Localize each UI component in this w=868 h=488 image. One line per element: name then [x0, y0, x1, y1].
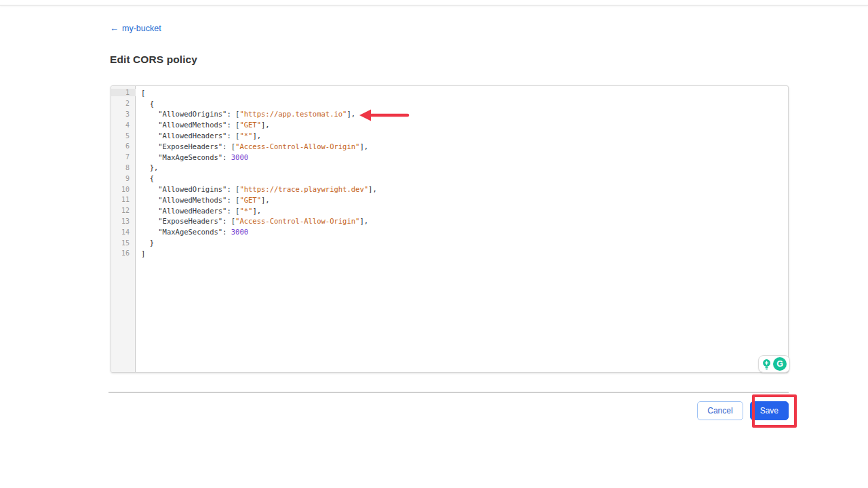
- code-token: }: [141, 239, 154, 247]
- code-text: "MaxAgeSeconds": 3000: [136, 153, 248, 161]
- cancel-button[interactable]: Cancel: [697, 401, 743, 420]
- code-token: : [: [226, 131, 239, 140]
- page-title: Edit CORS policy: [110, 54, 197, 66]
- code-text: "AllowedHeaders": ["*"],: [136, 131, 261, 140]
- code-token: "Access-Control-Allow-Origin": [235, 142, 359, 150]
- save-button[interactable]: Save: [750, 401, 789, 420]
- code-text: "AllowedOrigins": ["https://app.testomat…: [136, 110, 355, 118]
- code-token: ],: [261, 121, 270, 129]
- code-line: 9 {: [111, 173, 788, 184]
- code-line: 10 "AllowedOrigins": ["https://trace.pla…: [111, 184, 788, 195]
- code-token: ],: [359, 142, 368, 150]
- code-token: },: [141, 163, 158, 171]
- code-token: "AllowedMethods": [141, 121, 226, 129]
- grammarly-logo[interactable]: G: [773, 357, 787, 371]
- code-line: 6 "ExposeHeaders": ["Access-Control-Allo…: [111, 141, 788, 152]
- page: ← my-bucket Edit CORS policy 1[2 {3 "All…: [0, 0, 868, 488]
- code-line: 4 "AllowedMethods": ["GET"],: [111, 119, 788, 130]
- code-line: 15 }: [111, 237, 788, 248]
- code-token: 3000: [231, 228, 248, 236]
- line-number: 12: [111, 207, 136, 214]
- line-number: 14: [111, 228, 136, 236]
- code-text: },: [136, 163, 158, 171]
- code-token: "*": [239, 207, 252, 215]
- code-token: ],: [252, 207, 261, 215]
- line-number: 7: [111, 153, 136, 161]
- line-number: 2: [111, 100, 136, 107]
- code-token: "AllowedOrigins": [141, 185, 226, 193]
- code-line: 12 "AllowedHeaders": ["*"],: [111, 205, 788, 216]
- grammarly-widget[interactable]: G: [758, 355, 790, 373]
- line-number: 8: [111, 164, 136, 171]
- code-line: 13 "ExposeHeaders": ["Access-Control-All…: [111, 216, 788, 227]
- line-number: 13: [111, 218, 136, 225]
- line-number: 9: [111, 175, 136, 182]
- line-number: 5: [111, 132, 136, 140]
- code-text: "MaxAgeSeconds": 3000: [136, 228, 248, 236]
- cors-policy-editor[interactable]: 1[2 {3 "AllowedOrigins": ["https://app.t…: [111, 85, 789, 373]
- line-number: 4: [111, 121, 136, 129]
- back-arrow-icon: ←: [110, 23, 119, 33]
- line-number: 10: [111, 186, 136, 193]
- code-text: "ExposeHeaders": ["Access-Control-Allow-…: [136, 217, 368, 225]
- code-line: 16]: [111, 248, 788, 259]
- code-token: : [: [226, 196, 239, 204]
- footer-divider: [108, 392, 789, 393]
- code-token: "AllowedHeaders": [141, 131, 226, 140]
- code-token: : [: [226, 110, 239, 118]
- back-link-label: my-bucket: [122, 24, 161, 33]
- line-number: 6: [111, 142, 136, 150]
- code-text: "AllowedHeaders": ["*"],: [136, 207, 261, 215]
- code-token: "Access-Control-Allow-Origin": [235, 217, 359, 225]
- code-token: "ExposeHeaders": [141, 142, 222, 150]
- code-token: : [: [222, 142, 235, 150]
- code-token: :: [222, 228, 231, 236]
- code-token: {: [141, 174, 154, 182]
- browser-chrome-edge: [0, 0, 868, 6]
- code-token: ],: [261, 196, 270, 204]
- code-line: 14 "MaxAgeSeconds": 3000: [111, 226, 788, 237]
- line-number: 1: [111, 89, 136, 96]
- code-token: "*": [239, 131, 252, 140]
- code-token: ]: [141, 249, 145, 258]
- code-token: ],: [347, 110, 355, 118]
- code-token: ],: [359, 217, 368, 225]
- code-text: [: [136, 89, 145, 97]
- line-number: 11: [111, 196, 136, 203]
- code-token: "MaxAgeSeconds": [141, 153, 222, 161]
- code-line: 11 "AllowedMethods": ["GET"],: [111, 195, 788, 205]
- code-text: "AllowedMethods": ["GET"],: [136, 121, 270, 129]
- code-lines: 1[2 {3 "AllowedOrigins": ["https://app.t…: [111, 86, 788, 259]
- back-link[interactable]: ← my-bucket: [110, 23, 161, 33]
- line-number: 3: [111, 110, 136, 118]
- code-token: ],: [368, 185, 377, 193]
- code-token: : [: [226, 207, 239, 215]
- code-token: "MaxAgeSeconds": [141, 228, 222, 236]
- code-line: 2 {: [111, 98, 788, 109]
- code-token: [: [141, 89, 145, 97]
- code-text: "AllowedOrigins": ["https://trace.playwr…: [136, 185, 377, 193]
- code-token: : [: [226, 121, 239, 129]
- code-token: "GET": [239, 196, 261, 204]
- code-line: 1[: [111, 87, 788, 98]
- code-text: "ExposeHeaders": ["Access-Control-Allow-…: [136, 142, 368, 150]
- code-token: "AllowedOrigins": [141, 110, 226, 118]
- line-number: 16: [111, 249, 136, 257]
- code-token: "https://app.testomat.io": [239, 110, 347, 118]
- footer-actions: Cancel Save: [108, 401, 789, 420]
- code-text: {: [136, 100, 154, 108]
- code-text: }: [136, 239, 154, 247]
- code-token: : [: [226, 185, 239, 193]
- code-token: :: [222, 153, 231, 161]
- code-token: 3000: [231, 153, 248, 161]
- code-line: 3 "AllowedOrigins": ["https://app.testom…: [111, 109, 788, 120]
- line-number: 15: [111, 239, 136, 247]
- code-token: "AllowedMethods": [141, 196, 226, 204]
- lightbulb-icon[interactable]: [762, 359, 772, 370]
- code-text: ]: [136, 249, 145, 258]
- code-text: "AllowedMethods": ["GET"],: [136, 196, 270, 204]
- code-token: ],: [252, 131, 261, 140]
- code-token: "ExposeHeaders": [141, 217, 222, 225]
- code-token: : [: [222, 217, 235, 225]
- code-line: 5 "AllowedHeaders": ["*"],: [111, 130, 788, 141]
